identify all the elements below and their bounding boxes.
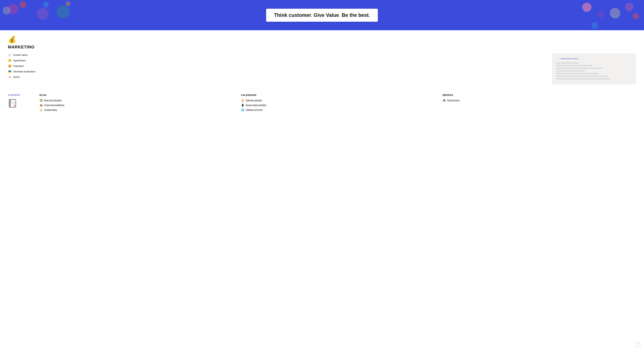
blog-link-guest-post[interactable]: 📦 Guest post guidelines bbox=[40, 104, 233, 107]
calendar-link-editorial[interactable]: 🏆 Editorial calendar bbox=[241, 99, 434, 102]
content-column: CONTENT bbox=[8, 94, 32, 109]
deco-shape bbox=[20, 1, 26, 8]
notebook-svg-icon bbox=[8, 99, 17, 108]
marketing-link-hypotheses[interactable]: 🤔 Hypotheses bbox=[8, 59, 547, 62]
hypotheses-icon: 🤔 bbox=[8, 59, 12, 62]
ebook-funnel-icon: 📚 bbox=[442, 99, 446, 102]
doc-line bbox=[556, 65, 592, 66]
dollar-bag-icon: 💰 bbox=[8, 36, 636, 44]
blog-links: ✅ Blog post checklist 📦 Guest post guide… bbox=[40, 99, 233, 111]
social-media-icon: 📱 bbox=[241, 104, 244, 107]
svg-point-5 bbox=[9, 105, 10, 106]
marketing-section: 💰 MARKETING 📈 Growth hacks 🤔 Hypotheses … bbox=[0, 30, 644, 88]
notebook-icon-wrap bbox=[8, 99, 18, 109]
marketing-layout: 📈 Growth hacks 🤔 Hypotheses 🤩 Inspiratio… bbox=[8, 53, 636, 84]
hero-tagline-box: Think customer. Give Value. Be the best. bbox=[266, 9, 378, 22]
calendars-section: CALENDARS 🏆 Editorial calendar 📱 Social … bbox=[241, 94, 434, 111]
content-title: CONTENT bbox=[8, 94, 32, 97]
bottom-section: CONTENT BLOG bbox=[0, 88, 644, 117]
ukraine-flag-icon: 🇺🇦 bbox=[8, 70, 12, 73]
blog-link-content-ideas[interactable]: 💡 Content ideas bbox=[40, 108, 233, 111]
ebooks-links: 📚 Ebook funnel bbox=[442, 99, 636, 102]
holidays-promo-icon: 🌐 bbox=[241, 108, 244, 111]
calendars-links: 🏆 Editorial calendar 📱 Social media acti… bbox=[241, 99, 434, 111]
blog-title: BLOG bbox=[40, 94, 233, 97]
marketing-link-ukrainian[interactable]: 🇺🇦 Ukrainian localization bbox=[8, 70, 547, 73]
growth-hacks-icon: 📈 bbox=[8, 53, 12, 57]
doc-line bbox=[556, 62, 579, 64]
deco-shape bbox=[56, 5, 70, 19]
deco-shape bbox=[597, 11, 604, 18]
checklist-icon: ✅ bbox=[40, 99, 43, 102]
doc-line bbox=[556, 70, 585, 72]
calendar-link-holidays-promo[interactable]: 🌐 Holidays & Promo bbox=[241, 108, 434, 111]
doc-line bbox=[556, 73, 599, 74]
deco-shape bbox=[625, 3, 634, 11]
deco-shape bbox=[43, 2, 49, 7]
deco-shape bbox=[66, 1, 70, 6]
deco-shape bbox=[37, 8, 49, 20]
marketing-link-inspiration[interactable]: 🤩 Inspiration bbox=[8, 65, 547, 68]
calendar-link-social-media[interactable]: 📱 Social media activities bbox=[241, 104, 434, 107]
blog-link-checklist[interactable]: ✅ Blog post checklist bbox=[40, 99, 233, 102]
marketing-links: 📈 Growth hacks 🤔 Hypotheses 🤩 Inspiratio… bbox=[8, 53, 547, 79]
blog-section: BLOG ✅ Blog post checklist 📦 Guest post … bbox=[40, 94, 233, 111]
doc-line bbox=[556, 68, 603, 69]
important-docs-box: 📄 IMPORTANT DOCS: bbox=[552, 53, 636, 84]
docs-page-icon: 📄 bbox=[556, 57, 560, 60]
marketing-link-growth-hacks[interactable]: 📈 Growth hacks bbox=[8, 53, 547, 57]
content-ideas-icon: 💡 bbox=[40, 108, 43, 111]
marketing-link-quora[interactable]: Q Quora bbox=[8, 76, 547, 79]
marketing-title: MARKETING bbox=[8, 45, 636, 50]
hero-tagline: Think customer. Give Value. Be the best. bbox=[274, 12, 370, 18]
svg-point-3 bbox=[9, 102, 10, 103]
doc-line bbox=[556, 78, 611, 79]
ebooks-title: EBOOKS bbox=[442, 94, 636, 97]
svg-point-2 bbox=[9, 100, 10, 101]
inspiration-icon: 🤩 bbox=[8, 65, 12, 68]
deco-shape bbox=[592, 22, 598, 29]
deco-shape bbox=[3, 7, 10, 15]
docs-title: IMPORTANT DOCS: bbox=[561, 58, 579, 60]
doc-line bbox=[556, 76, 608, 77]
guest-post-icon: 📦 bbox=[40, 104, 43, 107]
editorial-calendar-icon: 🏆 bbox=[241, 99, 244, 102]
svg-point-4 bbox=[9, 104, 10, 105]
hero-banner: Think customer. Give Value. Be the best. bbox=[0, 0, 644, 30]
docs-header: 📄 IMPORTANT DOCS: bbox=[556, 57, 632, 60]
ebooks-section: EBOOKS 📚 Ebook funnel bbox=[442, 94, 636, 102]
deco-shape bbox=[610, 8, 620, 19]
deco-shape bbox=[633, 13, 639, 19]
quora-icon: Q bbox=[8, 76, 12, 79]
calendars-title: CALENDARS bbox=[241, 94, 434, 97]
deco-shape bbox=[582, 3, 592, 12]
ebooks-link-funnel[interactable]: 📚 Ebook funnel bbox=[442, 99, 636, 102]
